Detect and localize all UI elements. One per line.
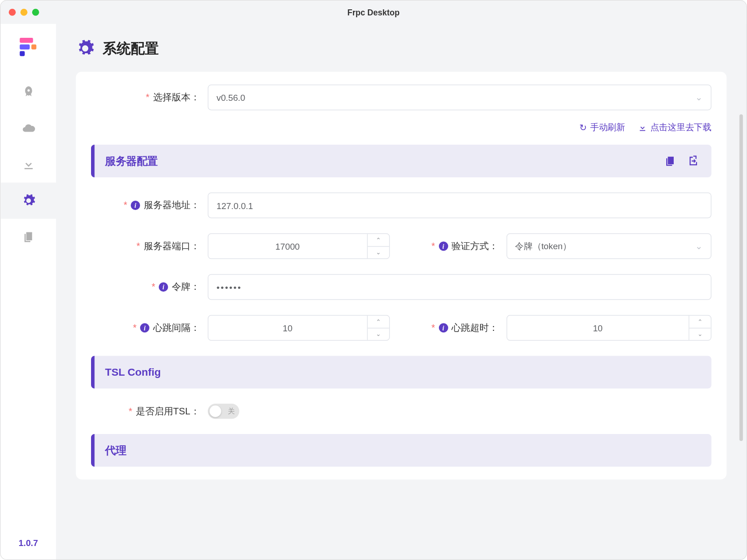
server-addr-row: * i 服务器地址： 127.0.0.1 <box>91 193 712 218</box>
info-icon[interactable]: i <box>140 323 149 333</box>
rocket-icon <box>21 85 35 99</box>
server-port-row: * 服务器端口： 17000 ⌃ ⌄ <box>91 233 389 259</box>
chevron-down-icon: ⌄ <box>695 241 703 252</box>
server-addr-input[interactable]: 127.0.0.1 <box>208 193 712 218</box>
auth-method-row: * i 验证方式： 令牌（token） ⌄ <box>413 233 711 259</box>
nav-download[interactable] <box>0 147 56 183</box>
heartbeat-timeout-input[interactable]: 10 ⌃ ⌄ <box>506 315 711 341</box>
version-row: * 选择版本： v0.56.0 ⌄ <box>91 84 712 110</box>
info-icon[interactable]: i <box>131 201 140 210</box>
page-header: 系统配置 <box>76 39 727 58</box>
version-label: 1.0.7 <box>19 538 38 548</box>
stepper-up[interactable]: ⌃ <box>367 315 389 328</box>
svg-rect-1 <box>20 44 29 49</box>
heartbeat-interval-input[interactable]: 10 ⌃ ⌄ <box>208 315 389 341</box>
app-window: Frpc Desktop <box>0 0 747 560</box>
info-icon[interactable]: i <box>159 282 168 292</box>
info-icon[interactable]: i <box>438 323 448 333</box>
server-port-input[interactable]: 17000 ⌃ ⌄ <box>208 233 389 259</box>
export-config-icon[interactable] <box>687 154 700 168</box>
stepper-down[interactable]: ⌄ <box>689 328 711 340</box>
cloud-icon <box>21 121 35 135</box>
stepper-down[interactable]: ⌄ <box>367 246 389 259</box>
proxy-header: 代理 <box>91 434 712 467</box>
stepper-up[interactable]: ⌃ <box>689 315 711 328</box>
refresh-link[interactable]: ↻ 手动刷新 <box>579 122 625 133</box>
download-icon <box>21 158 35 172</box>
heartbeat-interval-row: * i 心跳间隔： 10 ⌃ ⌄ <box>91 315 389 341</box>
gear-icon <box>76 39 95 58</box>
app-logo <box>17 35 40 58</box>
chevron-down-icon: ⌄ <box>695 92 703 103</box>
tsl-config-header: TSL Config <box>91 356 712 389</box>
version-label: * 选择版本： <box>91 91 208 104</box>
titlebar: Frpc Desktop <box>0 0 747 24</box>
auth-method-select[interactable]: 令牌（token） ⌄ <box>506 233 711 259</box>
copy-icon <box>21 230 35 244</box>
refresh-icon: ↻ <box>579 122 587 133</box>
token-input[interactable]: •••••• <box>208 274 712 300</box>
config-card: * 选择版本： v0.56.0 ⌄ ↻ 手动刷新 点击这里去下 <box>76 72 727 480</box>
main-content: 系统配置 * 选择版本： v0.56.0 ⌄ ↻ <box>56 24 747 560</box>
stepper-down[interactable]: ⌄ <box>367 328 389 340</box>
token-row: * i 令牌： •••••• <box>91 274 712 300</box>
page-title: 系统配置 <box>103 39 159 58</box>
tsl-enable-row: * 是否启用TSL： 关 <box>91 404 712 419</box>
svg-rect-0 <box>20 38 33 43</box>
download-icon <box>638 123 647 132</box>
nav-launch[interactable] <box>0 74 56 111</box>
info-icon[interactable]: i <box>438 242 448 251</box>
stepper-up[interactable]: ⌃ <box>367 234 389 246</box>
version-links: ↻ 手动刷新 点击这里去下载 <box>91 122 712 133</box>
svg-rect-3 <box>20 51 25 56</box>
scrollbar[interactable] <box>740 114 743 441</box>
tsl-enable-switch[interactable]: 关 <box>208 404 240 419</box>
nav-cloud[interactable] <box>0 110 56 147</box>
download-link[interactable]: 点击这里去下载 <box>638 122 712 133</box>
server-config-header: 服务器配置 <box>91 145 712 177</box>
sidebar: 1.0.7 <box>0 24 56 560</box>
gear-icon <box>21 194 35 208</box>
heartbeat-timeout-row: * i 心跳超时： 10 ⌃ ⌄ <box>413 315 711 341</box>
nav-settings[interactable] <box>0 182 56 219</box>
version-select[interactable]: v0.56.0 ⌄ <box>208 84 712 110</box>
window-title: Frpc Desktop <box>0 7 747 17</box>
svg-rect-2 <box>31 44 36 49</box>
nav-docs[interactable] <box>0 219 56 255</box>
copy-config-icon[interactable] <box>663 154 677 168</box>
